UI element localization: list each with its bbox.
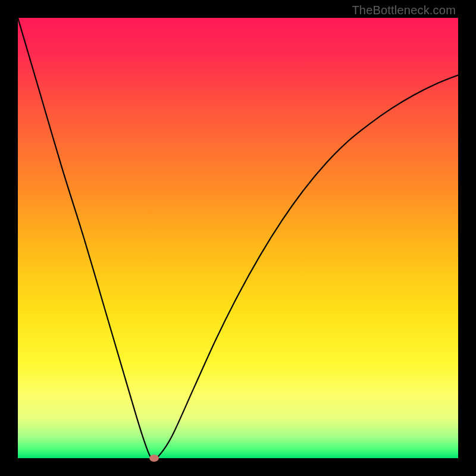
plot-area <box>18 18 458 458</box>
bottleneck-curve <box>18 18 458 458</box>
watermark-text: TheBottleneck.com <box>352 4 456 17</box>
curve-svg <box>18 18 458 458</box>
minimum-marker <box>149 455 159 462</box>
chart-container: TheBottleneck.com <box>0 0 476 476</box>
